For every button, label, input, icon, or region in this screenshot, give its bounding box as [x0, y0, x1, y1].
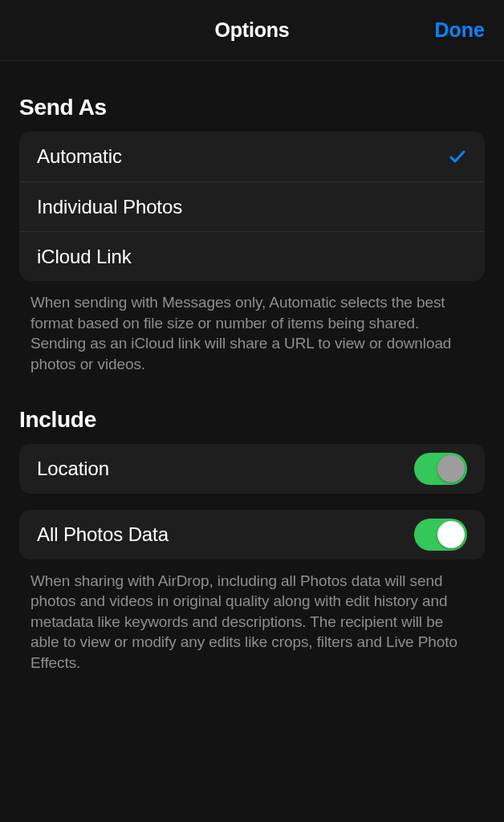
- section-header-include: Include: [19, 407, 485, 433]
- send-as-option-individual-photos[interactable]: Individual Photos: [19, 181, 485, 231]
- send-as-option-label: Individual Photos: [37, 196, 467, 218]
- send-as-option-label: iCloud Link: [37, 246, 467, 268]
- page-title: Options: [0, 18, 504, 42]
- toggle-all-photos-data[interactable]: [414, 519, 467, 551]
- toggle-location[interactable]: [414, 453, 467, 485]
- done-button[interactable]: Done: [435, 18, 486, 42]
- send-as-group: Automatic Individual Photos iCloud Link: [19, 132, 485, 281]
- header-bar: Options Done: [0, 0, 504, 61]
- send-as-option-label: Automatic: [37, 145, 448, 168]
- send-as-option-automatic[interactable]: Automatic: [19, 132, 485, 181]
- include-footer-text: When sharing with AirDrop, including all…: [19, 560, 485, 673]
- include-label-location: Location: [37, 458, 414, 480]
- include-group-all-photos-data: All Photos Data: [19, 510, 485, 560]
- include-row-location[interactable]: Location: [19, 444, 485, 494]
- send-as-option-icloud-link[interactable]: iCloud Link: [19, 231, 485, 281]
- toggle-knob: [437, 455, 465, 482]
- include-label-all-photos-data: All Photos Data: [37, 523, 414, 546]
- section-header-send-as: Send As: [19, 95, 485, 120]
- include-row-all-photos-data[interactable]: All Photos Data: [19, 510, 485, 560]
- toggle-knob: [437, 521, 465, 548]
- include-group-location: Location: [19, 444, 485, 494]
- checkmark-icon: [448, 147, 467, 166]
- send-as-footer-text: When sending with Messages only, Automat…: [19, 281, 485, 375]
- content-area: Send As Automatic Individual Photos iClo…: [0, 95, 504, 673]
